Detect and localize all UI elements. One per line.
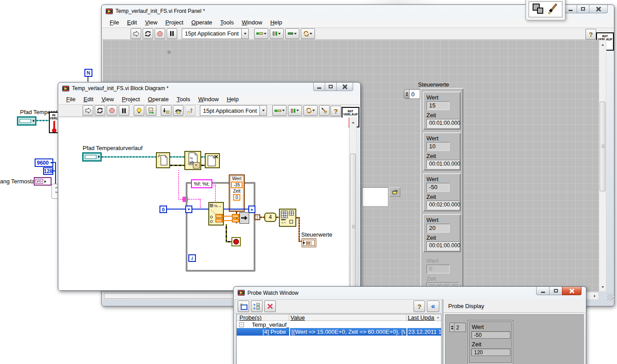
while-loop-structure[interactable] [186,182,255,272]
iteration-terminal[interactable]: i [188,254,196,262]
buffer-size-constant[interactable]: 128 [43,167,53,175]
scroll-up-button[interactable] [599,41,606,48]
spinner-down-icon[interactable] [406,95,408,96]
menu-project[interactable]: Project [161,18,187,28]
baud-rate-combo[interactable]: 9600 [35,158,53,167]
scroll-up-button[interactable] [350,119,356,126]
zeit-value[interactable]: 00:02:00.000 [426,201,459,210]
close-button[interactable] [336,83,353,91]
align-objects-button[interactable] [254,28,268,39]
font-selector[interactable]: 15pt Application Font [182,28,242,39]
tools-palette[interactable] [525,0,565,20]
wert-value[interactable]: -50 [426,183,450,192]
probe-row-selected[interactable]: [4] Probe [{Wert => 15.000E+0, Zeit => 6… [237,328,441,336]
menu-tools[interactable]: Tools [216,18,238,28]
format-string-constant[interactable]: %f; %t; [191,179,212,188]
run-continuous-button[interactable] [143,28,153,39]
menu-edit[interactable]: Edit [123,18,141,28]
menu-view[interactable]: View [97,95,118,104]
array-size-constant[interactable]: 4 [264,213,276,222]
step-into-button[interactable] [161,105,171,116]
menu-file[interactable]: File [62,95,80,104]
for-loop-count-terminal[interactable]: N [84,69,92,77]
wert-value[interactable]: -50 [471,331,510,339]
init-constant[interactable]: 0 [159,206,167,213]
menu-operate[interactable]: Operate [187,18,216,28]
maximize-button[interactable] [577,5,589,13]
block-diagram-vscrollbar[interactable] [349,118,357,290]
probe-watch-window[interactable]: Probe Watch Window ++ ? « Probe(s) Value… [233,286,586,364]
block-diagram-window[interactable]: Temp_verlauf_init_FS.vi Block Diagram * … [58,82,361,291]
spinner-up-icon[interactable] [451,325,454,327]
menu-tools[interactable]: Tools [173,95,194,104]
retain-wire-values-button[interactable] [146,105,156,116]
spinner-up-icon[interactable] [406,92,408,94]
shift-register-left[interactable] [185,206,192,213]
clean-up-diagram-button[interactable] [319,105,330,116]
front-panel-vscrollbar[interactable] [599,40,606,292]
bundle-by-name-icon[interactable] [239,212,249,224]
minimize-button[interactable] [313,83,325,91]
wert-value[interactable]: 15 [426,101,450,110]
abort-button[interactable] [107,105,117,116]
menu-edit[interactable]: Edit [80,95,97,104]
resize-objects-button[interactable] [285,28,299,39]
align-objects-button[interactable] [272,105,287,116]
distribute-objects-button[interactable] [288,105,302,116]
font-selector[interactable]: 15pt Application Font [200,105,260,116]
path-terminal[interactable] [17,116,36,126]
zeit-value[interactable]: 00:01:00.000 [426,160,459,169]
collapse-pane-button[interactable]: « [427,301,439,312]
new-probe-button[interactable] [238,301,249,312]
maximize-button[interactable] [549,287,562,295]
highlight-execution-button[interactable] [134,105,144,116]
run-button[interactable] [131,28,141,39]
zeit-value[interactable]: 00:01:00.000 [426,119,459,128]
probe-index-control[interactable]: 2 [450,323,466,332]
minimize-button[interactable] [536,287,549,295]
pause-button[interactable] [167,28,177,39]
zeit-value[interactable]: 00:01:00.000 [426,241,459,250]
maximize-button[interactable] [325,83,337,91]
delete-probe-button[interactable] [264,301,276,312]
scroll-down-button[interactable] [599,284,606,290]
close-button[interactable] [562,287,581,295]
abort-button[interactable] [155,28,165,39]
column-last-update[interactable]: Last Update [408,314,434,321]
menu-window[interactable]: Window [194,95,223,104]
menu-project[interactable]: Project [118,95,143,104]
pause-button[interactable] [119,105,129,116]
run-continuous-button[interactable] [95,105,105,116]
column-value[interactable]: Value [291,314,405,321]
context-help-button[interactable]: ? [585,29,596,40]
column-probes[interactable]: Probe(s) [239,314,287,321]
context-help-button[interactable]: ? [330,106,341,116]
zeit-value[interactable]: 0 [233,194,240,201]
wert-value[interactable]: -35 [231,182,243,188]
block-diagram-canvas[interactable]: Pfad Temperaturverlauf %ab [59,118,349,290]
index-value[interactable]: 0 [410,89,420,99]
vscroll-thumb[interactable] [350,154,356,287]
browse-button[interactable] [390,187,400,197]
spinner-down-icon[interactable] [451,328,454,330]
sort-ascending-icon[interactable] [437,317,439,318]
font-selector-dropdown[interactable] [242,28,249,39]
reorder-button[interactable] [303,105,318,116]
wert-value[interactable]: 10 [426,142,450,151]
open-file-icon[interactable] [156,152,170,168]
menu-help[interactable]: Help [266,18,286,28]
loop-condition-terminal[interactable] [231,237,241,246]
steuerwerte-indicator-terminal[interactable]: ] [302,238,316,247]
read-text-file-icon[interactable]: %ab [184,151,201,170]
font-selector-dropdown[interactable] [260,105,267,116]
wert-value[interactable]: 20 [426,224,450,233]
resize-grip[interactable] [607,293,614,301]
scroll-right-button[interactable] [591,293,598,299]
shift-register-right[interactable] [248,206,255,213]
minimize-button[interactable] [564,5,577,13]
step-out-button[interactable] [185,105,195,116]
add-probes-button[interactable]: ++ [251,301,263,312]
close-button[interactable] [589,5,608,13]
index-spinner[interactable] [404,89,410,99]
visa-resource-terminal[interactable]: I/O [34,177,52,186]
